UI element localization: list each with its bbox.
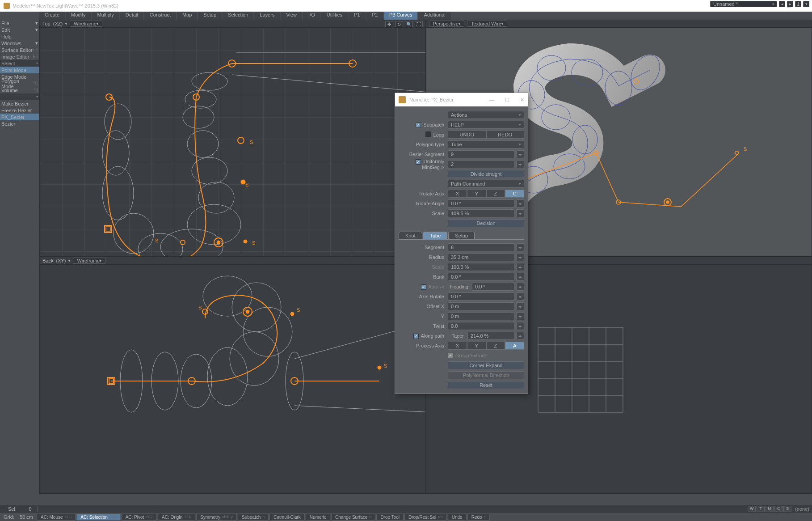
group-extrude-checkbox[interactable]: ✓: [448, 353, 453, 358]
dialog-tab-knot[interactable]: Knot: [399, 232, 422, 239]
main-tab-utilities[interactable]: Utilities: [321, 12, 348, 20]
status-catmull-clark[interactable]: Catmull-Clark: [269, 514, 305, 521]
status-ac-origin[interactable]: AC: Origin +F6: [158, 514, 195, 521]
viewport-back[interactable]: Back (XY) ▾ Wireframe: [39, 257, 426, 494]
status-symmetry[interactable]: Symmetry shift-y: [196, 514, 237, 521]
status-drop-rest-sel[interactable]: Drop/Rest Sel ret: [404, 514, 447, 521]
status-ac-mouse[interactable]: AC: Mouse +F5: [37, 514, 76, 521]
spinner-icon[interactable]: ◂▸: [516, 283, 524, 291]
rotate-axis-x[interactable]: X: [448, 190, 467, 198]
spinner-icon[interactable]: ◂▸: [516, 302, 524, 310]
main-tab-setup[interactable]: Setup: [198, 12, 222, 20]
scale-input[interactable]: 109.5 %: [448, 209, 514, 217]
undo-button[interactable]: UNDO: [448, 131, 486, 139]
offset-x-input[interactable]: 0 m: [448, 302, 514, 310]
auto-checkbox[interactable]: ✓: [421, 284, 426, 290]
main-tab-map[interactable]: Map: [177, 12, 197, 20]
dialog-maximize-icon[interactable]: ☐: [505, 97, 509, 103]
layer-dd[interactable]: ▾: [803, 1, 809, 7]
reset-button[interactable]: Reset: [448, 381, 524, 389]
status-change-surface[interactable]: Change Surface q: [331, 514, 375, 521]
radius-input[interactable]: 35.3 cm: [448, 253, 514, 261]
mode-letter-t[interactable]: T: [757, 506, 765, 512]
polygon-type-dropdown[interactable]: Tube: [448, 140, 524, 148]
status-redo[interactable]: Redo z: [467, 514, 490, 521]
status-ac-selection[interactable]: AC: Selection +F8: [76, 514, 120, 521]
dialog-close-icon[interactable]: ✕: [520, 97, 524, 103]
scene-dropdown[interactable]: Unnamed *▾: [710, 1, 777, 7]
spinner-icon[interactable]: ◂▸: [516, 243, 524, 251]
sidebar-bezier[interactable]: Bezier: [0, 120, 39, 127]
dialog-titlebar[interactable]: Numeric: PX_Bezier — ☐ ✕: [395, 93, 528, 106]
corner-expand-button[interactable]: Corner Expand: [448, 361, 524, 369]
heading-input[interactable]: 0.0 °: [472, 283, 514, 291]
fit-icon[interactable]: ⛶: [415, 21, 423, 27]
bank-input[interactable]: 0.0 °: [448, 273, 514, 281]
dialog-tab-tube[interactable]: Tube: [423, 232, 448, 239]
zoom-icon[interactable]: 🔍: [405, 21, 413, 27]
sidebar-file[interactable]: File▾: [0, 20, 39, 26]
twist-input[interactable]: 0.0: [448, 322, 514, 330]
spinner-icon[interactable]: ◂▸: [516, 199, 524, 208]
sidebar-help[interactable]: Help: [0, 33, 39, 40]
mode-letter-w[interactable]: W: [748, 506, 756, 512]
process-axis-y[interactable]: Y: [467, 342, 486, 350]
process-axis-z[interactable]: Z: [486, 342, 505, 350]
help-dropdown[interactable]: HELP: [448, 121, 524, 129]
main-tab-modify[interactable]: Modify: [66, 12, 91, 20]
vp-shading-dd[interactable]: Wireframe: [70, 21, 102, 27]
spinner-icon[interactable]: ◂▸: [516, 312, 524, 320]
uniformly-input[interactable]: 2: [448, 160, 514, 168]
layer-next-button[interactable]: ▸: [787, 1, 793, 7]
status-undo[interactable]: Undo: [448, 514, 467, 521]
viewport-top[interactable]: Top (XZ) ▾ Wireframe ✥ ↻ 🔍 ⛶: [39, 20, 426, 257]
layer-prev-button[interactable]: ◂: [779, 1, 785, 7]
decision-button[interactable]: Decision: [448, 219, 524, 227]
move-icon[interactable]: ✥: [385, 21, 393, 27]
subpatch-checkbox[interactable]: ✓: [416, 123, 421, 128]
rotate-axis-z[interactable]: Z: [486, 190, 505, 198]
mode-letter-s[interactable]: S: [783, 506, 791, 512]
bezier-segment-input[interactable]: 9: [448, 150, 514, 158]
main-tab-construct[interactable]: Construct: [144, 12, 176, 20]
spinner-icon[interactable]: ◂▸: [516, 160, 524, 168]
main-tab-view[interactable]: View: [281, 12, 302, 20]
spinner-icon[interactable]: ◂▸: [516, 322, 524, 330]
divide-straight-button[interactable]: Divide straight: [448, 170, 524, 178]
sidebar-surface-editor[interactable]: Surface EditorF5: [0, 47, 39, 53]
mode-letter-m[interactable]: M: [766, 506, 774, 512]
sidebar-px-bezier[interactable]: PX_Bezier: [0, 114, 39, 120]
main-tab-selection[interactable]: Selection: [223, 12, 253, 20]
vp-shading-dd[interactable]: Textured Wire: [467, 21, 507, 27]
status-numeric[interactable]: Numeric: [306, 514, 330, 521]
spinner-icon[interactable]: ◂▸: [516, 209, 524, 217]
spinner-icon[interactable]: ◂▸: [516, 150, 524, 158]
redo-button[interactable]: REDO: [486, 131, 525, 139]
vp-mode-dd[interactable]: Perspective: [429, 21, 464, 27]
process-axis-a[interactable]: A: [505, 342, 524, 350]
main-tab-detail[interactable]: Detail: [120, 12, 143, 20]
rotate-axis-y[interactable]: Y: [467, 190, 486, 198]
main-tab-multiply[interactable]: Multiply: [92, 12, 119, 20]
sidebar-edit[interactable]: Edit▾: [0, 26, 39, 33]
main-tab-p2[interactable]: P2: [366, 12, 383, 20]
sidebar-freeze-bezier[interactable]: Freeze Bezier: [0, 107, 39, 114]
spinner-icon[interactable]: ◂▸: [516, 292, 524, 301]
main-tab-p3-curves[interactable]: P3 Curves: [384, 12, 417, 20]
status-subpatch[interactable]: Subpatch n: [238, 514, 269, 521]
loop-checkbox[interactable]: [425, 131, 431, 137]
sidebar-make-bezier[interactable]: Make Bezier: [0, 100, 39, 107]
path-command-dropdown[interactable]: Path Command: [448, 180, 524, 188]
main-tab-i/o[interactable]: I/O: [303, 12, 320, 20]
rotate-angle-input[interactable]: 0.0 °: [448, 199, 514, 208]
uniformly-checkbox[interactable]: ✓: [416, 159, 421, 165]
axis-rotate-input[interactable]: 0.0 °: [448, 292, 514, 301]
main-tab-additional[interactable]: Additional: [418, 12, 450, 20]
status-ac-pivot[interactable]: AC: Pivot +F7: [122, 514, 157, 521]
spinner-icon[interactable]: ◂▸: [516, 253, 524, 261]
along-path-checkbox[interactable]: ✓: [413, 334, 419, 339]
process-axis-x[interactable]: X: [448, 342, 467, 350]
rotate-axis-c[interactable]: C: [505, 190, 524, 198]
dialog-tab-setup[interactable]: Setup: [448, 232, 475, 239]
segment-input[interactable]: 6: [448, 243, 514, 251]
